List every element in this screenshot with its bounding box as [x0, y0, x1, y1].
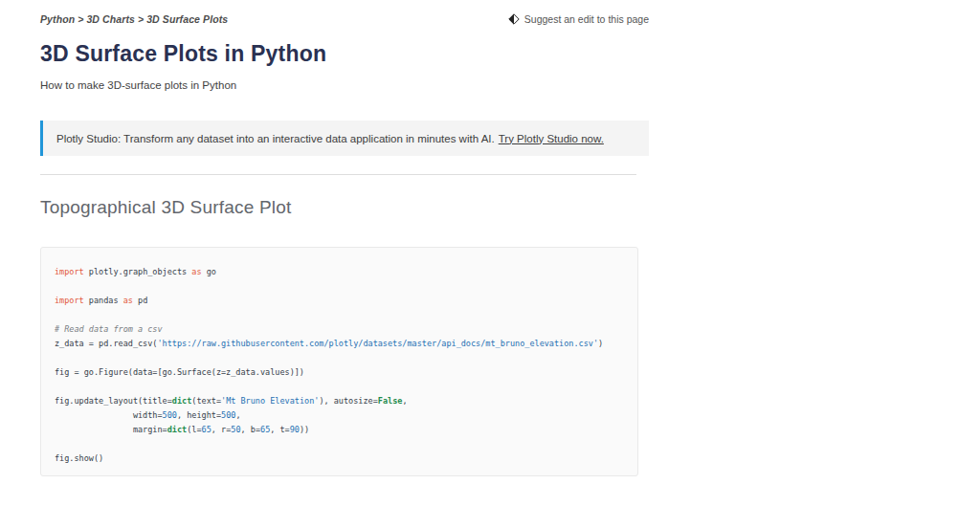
code-line: fig.show() — [55, 451, 624, 466]
try-plotly-studio-link[interactable]: Try Plotly Studio now. — [499, 133, 604, 144]
code-line: fig.update_layout(title=dict(text='Mt Br… — [55, 394, 624, 408]
code-line: import pandas as pd — [55, 294, 624, 308]
main-content: Python>3D Charts>3D Surface Plots Sugges… — [40, 0, 649, 476]
code-line — [55, 308, 624, 322]
breadcrumb-link-3d-charts[interactable]: 3D Charts — [86, 13, 135, 25]
breadcrumb-link-python[interactable]: Python — [40, 13, 75, 25]
edit-pencil-icon — [508, 13, 520, 25]
code-line: import plotly.graph_objects as go — [55, 265, 624, 279]
page-header: Python>3D Charts>3D Surface Plots Sugges… — [40, 0, 649, 25]
section-heading: Topographical 3D Surface Plot — [40, 197, 649, 218]
suggest-edit-link[interactable]: Suggest an edit to this page — [508, 13, 649, 25]
code-line: margin=dict(l=65, r=50, b=65, t=90)) — [55, 423, 624, 437]
code-line — [55, 380, 624, 394]
code-line — [55, 279, 624, 294]
breadcrumb-separator: > — [138, 13, 144, 25]
code-line: z_data = pd.read_csv('https://raw.github… — [55, 337, 624, 351]
callout-text: Plotly Studio: Transform any dataset int… — [56, 133, 495, 144]
code-line — [55, 351, 624, 365]
code-line: width=500, height=500, — [55, 408, 624, 423]
breadcrumb: Python>3D Charts>3D Surface Plots — [40, 13, 228, 25]
code-line: fig = go.Figure(data=[go.Surface(z=z_dat… — [55, 365, 624, 380]
suggest-edit-label: Suggest an edit to this page — [524, 13, 649, 25]
page-subtitle: How to make 3D-surface plots in Python — [40, 79, 649, 91]
code-line: # Read data from a csv — [55, 322, 624, 337]
plotly-studio-callout: Plotly Studio: Transform any dataset int… — [40, 121, 649, 156]
section-divider — [40, 174, 636, 175]
breadcrumb-link-3d-surface-plots[interactable]: 3D Surface Plots — [146, 13, 228, 25]
page-title: 3D Surface Plots in Python — [40, 41, 649, 67]
code-block: import plotly.graph_objects as goimport … — [40, 247, 638, 476]
code-line — [55, 437, 624, 451]
breadcrumb-separator: > — [78, 13, 83, 25]
